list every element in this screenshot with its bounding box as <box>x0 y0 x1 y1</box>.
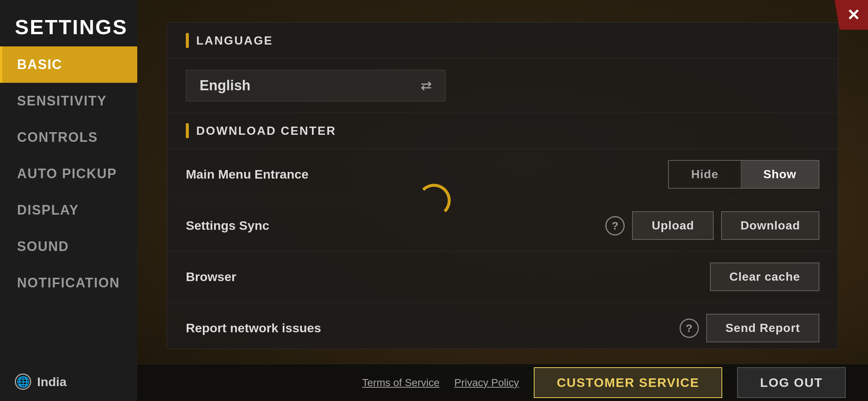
logout-button[interactable]: LOG OUT <box>737 367 846 398</box>
settings-sync-help-icon[interactable]: ? <box>605 216 625 235</box>
privacy-policy-link[interactable]: Privacy Policy <box>454 377 519 389</box>
section-indicator <box>186 33 189 48</box>
main-content: LANGUAGE English ⇄ DOWNLOAD CENTER Main … <box>137 0 868 401</box>
sidebar-item-notification[interactable]: NOTIFICATION <box>0 265 137 301</box>
report-row: Report network issues ? Send Report <box>167 303 838 349</box>
sidebar-item-auto-pickup[interactable]: AUTO PICKUP <box>0 156 137 192</box>
region-label: India <box>37 375 66 389</box>
customer-service-button[interactable]: CUSTOMER SERVICE <box>534 367 722 398</box>
settings-panel: LANGUAGE English ⇄ DOWNLOAD CENTER Main … <box>167 22 838 349</box>
download-center-section-header: DOWNLOAD CENTER <box>167 113 838 149</box>
sidebar: SETTINGS BASIC SENSITIVITY CONTROLS AUTO… <box>0 0 137 401</box>
download-center-title: DOWNLOAD CENTER <box>196 124 336 138</box>
main-menu-entrance-label: Main Menu Entrance <box>186 167 668 182</box>
report-label: Report network issues <box>186 321 680 335</box>
browser-label: Browser <box>186 270 710 284</box>
sidebar-footer: 🌐 India <box>0 362 137 401</box>
hide-button[interactable]: Hide <box>669 161 741 188</box>
language-selector[interactable]: English ⇄ <box>186 70 445 101</box>
main-menu-entrance-row: Main Menu Entrance Hide Show <box>167 149 838 200</box>
browser-row: Browser Clear cache <box>167 251 838 303</box>
download-button[interactable]: Download <box>721 211 819 240</box>
language-row: English ⇄ <box>167 59 838 113</box>
sidebar-item-sound[interactable]: SOUND <box>0 228 137 265</box>
settings-sync-row: Settings Sync ? Upload Download <box>167 200 838 251</box>
clear-cache-button[interactable]: Clear cache <box>710 263 819 291</box>
settings-sync-label: Settings Sync <box>186 218 605 233</box>
section-indicator-2 <box>186 123 189 138</box>
sidebar-nav: BASIC SENSITIVITY CONTROLS AUTO PICKUP D… <box>0 46 137 362</box>
sidebar-item-display[interactable]: DISPLAY <box>0 192 137 228</box>
swap-icon: ⇄ <box>421 78 432 94</box>
report-help-icon[interactable]: ? <box>680 319 699 338</box>
close-button[interactable]: ✕ <box>835 0 868 30</box>
app-title: SETTINGS <box>0 0 137 46</box>
language-value: English <box>200 78 410 94</box>
show-button[interactable]: Show <box>741 161 819 188</box>
upload-button[interactable]: Upload <box>632 211 714 240</box>
sidebar-item-sensitivity[interactable]: SENSITIVITY <box>0 83 137 119</box>
sidebar-item-basic[interactable]: BASIC <box>0 46 137 83</box>
language-section-title: LANGUAGE <box>196 34 273 48</box>
send-report-button[interactable]: Send Report <box>706 314 819 342</box>
sidebar-item-controls[interactable]: CONTROLS <box>0 119 137 156</box>
settings-sync-actions: Upload Download <box>632 211 819 240</box>
terms-of-service-link[interactable]: Terms of Service <box>362 377 440 389</box>
globe-icon: 🌐 <box>15 374 31 390</box>
close-icon: ✕ <box>843 6 860 24</box>
language-section-header: LANGUAGE <box>167 23 838 59</box>
hide-show-toggle: Hide Show <box>668 160 819 189</box>
bottom-bar: Terms of Service Privacy Policy CUSTOMER… <box>137 364 868 401</box>
